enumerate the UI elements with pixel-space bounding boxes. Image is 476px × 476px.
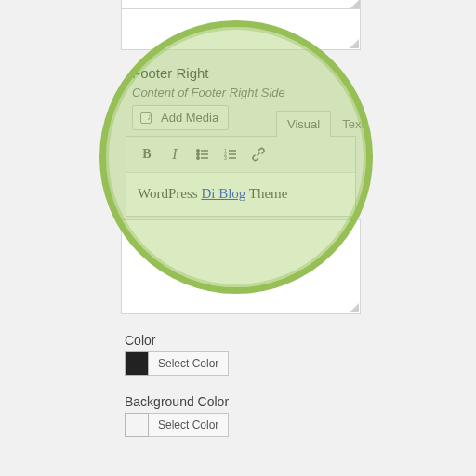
background-color-picker-row: Select Color [125, 413, 229, 437]
select-background-color-button[interactable]: Select Color [149, 413, 229, 437]
tab-text[interactable]: Text [331, 111, 376, 137]
wysiwyg-editor: B I 1 2 3 WordPress Di Blog Theme [126, 136, 356, 217]
color-label: Color [125, 333, 155, 348]
textarea-stub-top [121, 0, 361, 9]
editor-toolbar: B I 1 2 3 [126, 137, 355, 173]
textarea-stub-mid[interactable] [121, 9, 361, 50]
tab-visual[interactable]: Visual [276, 111, 331, 137]
select-color-button[interactable]: Select Color [149, 351, 229, 376]
bold-button[interactable]: B [134, 142, 160, 166]
color-picker-row: Select Color [125, 351, 229, 376]
link-icon [251, 147, 266, 162]
bullet-list-icon [195, 147, 210, 162]
background-color-label: Background Color [125, 394, 229, 409]
editor-content[interactable]: WordPress Di Blog Theme [126, 173, 355, 216]
editor-text-post: Theme [245, 186, 287, 201]
bulleted-list-button[interactable] [190, 142, 216, 166]
number-list-icon: 1 2 3 [223, 147, 238, 162]
media-icon [140, 112, 155, 125]
background-color-swatch[interactable] [125, 413, 149, 437]
add-media-button[interactable]: Add Media [132, 105, 229, 130]
section-description: Content of Footer Right Side [132, 86, 285, 99]
svg-point-0 [197, 150, 199, 152]
color-swatch[interactable] [125, 351, 149, 376]
link-button[interactable] [245, 142, 271, 166]
italic-button[interactable]: I [162, 142, 188, 166]
svg-point-4 [197, 157, 199, 159]
svg-point-2 [197, 153, 199, 155]
editor-tabs: Visual Text [276, 111, 376, 137]
add-media-label: Add Media [161, 111, 218, 125]
textarea-under-editor[interactable] [121, 219, 361, 314]
svg-text:3: 3 [224, 155, 227, 161]
numbered-list-button[interactable]: 1 2 3 [218, 142, 244, 166]
editor-text-pre: WordPress [138, 186, 201, 201]
editor-link[interactable]: Di Blog [201, 186, 245, 201]
section-title: Footer Right [132, 65, 209, 81]
